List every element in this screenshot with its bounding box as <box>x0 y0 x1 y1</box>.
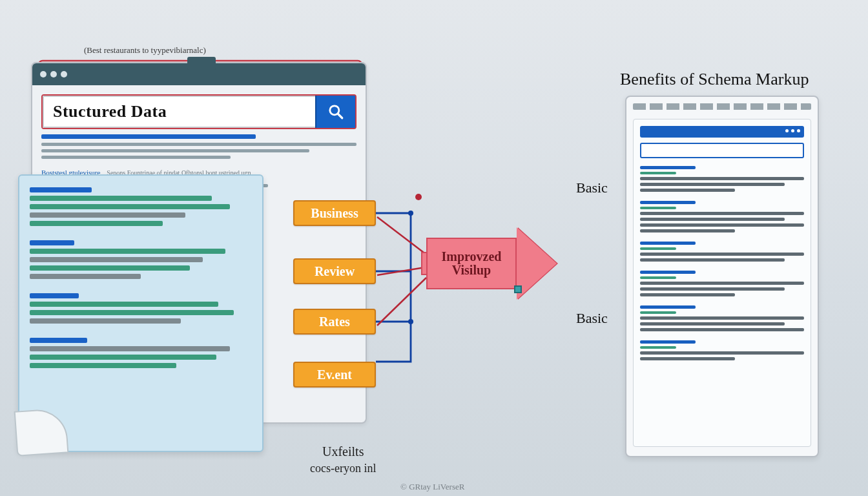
improved-visibility-box: Improvzed Visilup <box>426 238 517 289</box>
page-curl-icon <box>14 408 69 456</box>
label-basic-2: Basic <box>576 310 608 327</box>
arrow-head-icon <box>517 227 557 300</box>
benefits-inner <box>633 119 811 447</box>
rich-snippet <box>640 166 804 192</box>
top-caption: (Best restaurants to tyypevibiarnalc) <box>84 45 206 56</box>
improved-line2: Visilup <box>452 264 491 277</box>
browser-tab-chip <box>187 57 216 70</box>
svg-point-3 <box>415 194 422 200</box>
benefits-title: Benefits of Schema Markup <box>620 70 809 89</box>
rich-snippet <box>640 201 804 232</box>
mini-browser-bar <box>640 126 804 138</box>
search-input[interactable]: Stuctured Data <box>43 96 315 128</box>
search-button[interactable] <box>315 96 355 128</box>
rich-snippet <box>640 271 804 296</box>
bottom-caption: Uxfeilts cocs-eryon inl <box>310 444 376 475</box>
search-icon <box>327 103 344 120</box>
bottom-caption-b: cocs-eryon inl <box>310 462 376 475</box>
rich-snippet <box>640 242 804 262</box>
rich-snippet <box>640 305 804 331</box>
label-basic-1: Basic <box>576 180 608 196</box>
credit-text: © GRtay LiVerseR <box>400 482 464 492</box>
svg-point-2 <box>408 319 413 324</box>
schema-tag-business: Business <box>293 200 376 226</box>
mini-search-input[interactable] <box>640 143 804 158</box>
benefits-panel <box>625 96 819 457</box>
svg-point-1 <box>408 211 413 216</box>
search-bar-group: Stuctured Data <box>41 94 356 129</box>
improved-line1: Improvzed <box>442 250 502 264</box>
decor-square-icon <box>514 285 522 293</box>
schema-tag-rates: Rates <box>293 309 376 335</box>
bottom-caption-a: Uxfeilts <box>310 444 376 459</box>
rich-snippet <box>640 340 804 360</box>
window-dot-icon <box>50 71 57 78</box>
svg-line-7 <box>338 114 342 118</box>
window-dot-icon <box>61 71 67 78</box>
results-overlay <box>18 174 264 452</box>
schema-tag-event: Ev.ent <box>293 362 376 388</box>
window-dot-icon <box>40 71 46 78</box>
schema-tag-review: Review <box>293 258 376 284</box>
